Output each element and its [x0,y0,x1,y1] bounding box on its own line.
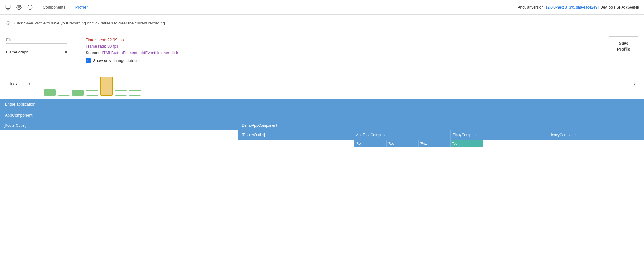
devtools-sha: | DevTools SHA: c6eef4b [597,5,639,9]
timeline-section: 5 / 7 ‹ › [0,68,644,99]
next-frame-button[interactable]: › [631,79,638,88]
timeline-bars [38,71,626,96]
source: Source: HTMLButtonElement.addEventListen… [86,50,178,55]
info-icon[interactable] [27,4,33,10]
timeline-bar-3[interactable] [72,90,84,96]
change-detection-checkbox[interactable] [86,58,91,63]
flame-section: Entire application AppComponent [RouterO… [0,99,644,155]
flame-cell-app-todo[interactable]: AppTodoComponent [354,130,451,140]
timeline-bar-1[interactable] [44,89,56,96]
tab-profiler[interactable]: Profiler [70,1,93,14]
source-link[interactable]: HTMLButtonElement.addEventListener:click [100,50,178,55]
version-link[interactable]: 12.0.0-next.8+395.sha-eac42e9 [546,5,598,9]
view-select-wrapper[interactable]: Flame graph Tree map Bar chart ▾ [6,49,67,56]
filter-section: Flame graph Tree map Bar chart ▾ [6,36,73,56]
ban-icon: ⊘ [6,20,11,26]
svg-point-1 [18,6,20,8]
screen-icon[interactable] [5,4,11,10]
controls-row: Flame graph Tree map Bar chart ▾ Time sp… [0,31,644,68]
tab-components[interactable]: Components [38,1,70,14]
chevron-down-icon: ▾ [65,49,67,55]
flame-cell-child-2[interactable]: [Ro... [419,140,451,147]
checkbox-row[interactable]: Show only change detection [86,58,178,63]
frame-rate: Frame rate: 30 fps [86,44,178,49]
timeline-bar-4[interactable] [86,89,98,96]
prev-frame-button[interactable]: ‹ [26,79,33,88]
timeline-bar-6[interactable] [115,90,127,96]
nav-icons [5,4,33,10]
flame-cell-zippy[interactable]: ZippyComponent [451,130,547,140]
vertical-connector [483,140,483,157]
view-select[interactable]: Flame graph Tree map Bar chart [6,49,65,56]
nav-tabs: Components Profiler [38,1,93,14]
svg-rect-0 [6,5,10,9]
flame-row-3-right: AppTodoComponent ZippyComponent HeavyCom… [354,130,644,140]
nav-version: Angular version: 12.0.0-next.8+395.sha-e… [518,5,639,9]
filter-input[interactable] [6,36,67,44]
top-nav: Components Profiler Angular version: 12.… [0,0,644,15]
version-label: Angular version: [518,5,546,9]
flame-row-entire-app[interactable]: Entire application [0,99,644,110]
flame-row-4-items: [Ro... [Ro... [Ro... Tod... [354,140,483,147]
flame-spacer-3 [0,130,238,140]
flame-cell-child-3[interactable]: Tod... [451,140,483,147]
timeline-bar-2[interactable] [58,91,70,96]
flame-row-4: [Ro... [Ro... [Ro... Tod... [0,140,644,155]
flame-row-3: [RouterOutlet] AppTodoComponent ZippyCom… [0,130,644,140]
flame-cell-child-1[interactable]: [Ro... [387,140,419,147]
time-spent: Time spent: 22.99 ms [86,38,178,42]
save-profile-button[interactable]: Save Profile [609,36,638,56]
info-banner: ⊘ Click Save Profile to save your record… [0,15,644,31]
timeline-bar-5[interactable] [100,77,113,96]
page-indicator: 5 / 7 [6,81,21,86]
flame-row-app-component[interactable]: AppComponent [0,110,644,121]
checkbox-label: Show only change detection [93,58,143,63]
flame-cell-child-0[interactable]: [Ro... [354,140,386,147]
flame-row-2: [RouterOutlet] DemoAppComponent [0,121,644,130]
flame-cell-router-outlet-3[interactable]: [RouterOutlet] [238,130,354,140]
stats-section: Time spent: 22.99 ms Frame rate: 30 fps … [86,36,178,63]
flame-cell-demo-app[interactable]: DemoAppComponent [238,121,644,130]
settings-icon[interactable] [16,4,22,10]
flame-cell-heavy[interactable]: HeavyComponent [547,130,644,140]
flame-cell-router-outlet-2[interactable]: [RouterOutlet] [0,121,238,130]
timeline-bar-7[interactable] [129,89,141,96]
banner-message: Click Save Profile to save your recordin… [14,21,166,25]
